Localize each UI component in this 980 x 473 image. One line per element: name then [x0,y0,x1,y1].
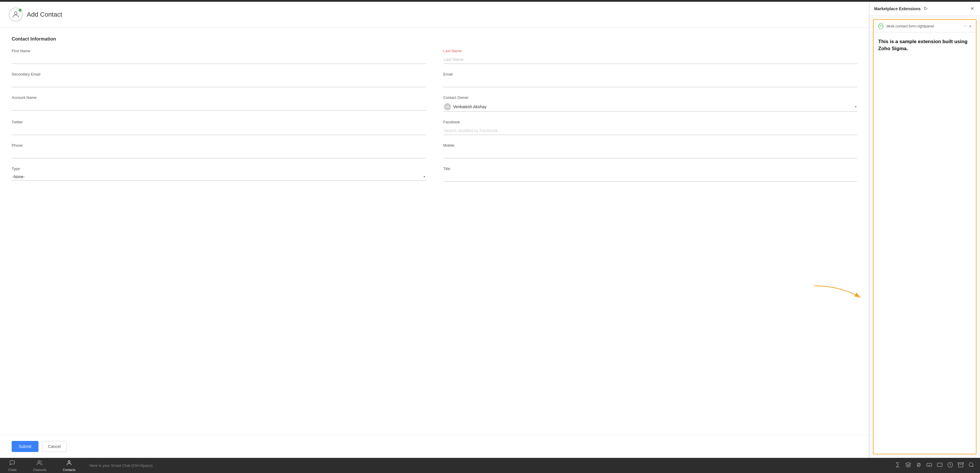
svg-rect-6 [927,463,932,466]
secondary-email-label: Secondary Email [12,72,426,76]
facebook-field: Facebook Search disabled by Facebook [443,120,858,135]
svg-line-12 [972,466,974,467]
twitter-input[interactable] [12,127,426,135]
type-select-wrapper: -None- ▾ [12,173,426,181]
phone-field: Phone [12,143,426,158]
last-name-label: Last Name [443,49,858,53]
facebook-disabled-text: Search disabled by Facebook [443,127,858,135]
layers-icon[interactable] [905,462,911,469]
twitter-label: Twitter [12,120,426,124]
channels-icon [37,460,43,467]
bottom-bar: Chats Channels [0,458,980,473]
extension-box: desk.contact.form.rightpanel ··· ∧ This … [873,19,977,454]
sidebar-item-contacts[interactable]: Contacts [54,458,83,473]
form-area: Add Contact Contact Information First Na… [0,2,869,458]
twitter-field: Twitter [12,120,426,135]
first-name-input[interactable] [12,56,426,64]
first-name-field: First Name [12,49,426,64]
wallet-icon[interactable] [937,462,943,469]
contact-owner-field: Contact Owner VA Venkatesh Akshay ▾ [443,95,858,112]
facebook-label: Facebook [443,120,858,124]
type-label: Type [12,167,426,171]
type-select[interactable]: -None- [12,175,423,179]
svg-rect-7 [937,463,942,467]
phone-input[interactable] [12,150,426,158]
account-name-label: Account Name [12,95,426,100]
extension-item-header: desk.contact.form.rightpanel ··· ∧ [873,20,976,32]
extension-collapse-icon[interactable]: ∧ [969,24,972,28]
title-field: Title [443,167,858,182]
close-panel-button[interactable]: ✕ [969,5,975,12]
contacts-label: Contacts [63,468,75,471]
search-icon[interactable] [968,462,974,469]
account-name-input[interactable] [12,102,426,111]
svg-point-3 [68,460,70,462]
clock-icon[interactable] [947,462,953,469]
extension-menu-icon[interactable]: ··· [963,23,967,29]
form-grid: First Name Last Name Secondary Email [12,49,857,182]
contact-owner-wrapper[interactable]: VA Venkatesh Akshay ▾ [443,102,858,112]
avatar-status-dot [19,9,22,12]
right-panel-header: Marketplace Extensions ↻ ✕ [869,2,980,16]
phone-label: Phone [12,143,426,148]
channels-label: Channels [33,468,46,471]
contact-owner-avatar: VA [444,103,451,110]
svg-point-2 [38,460,40,462]
smart-chat-placeholder[interactable]: Here is your Smart Chat (Ctrl+Space) [84,463,889,468]
extension-item-actions: ··· ∧ [963,23,972,29]
form-content: Contact Information First Name Last Name [0,28,869,435]
secondary-email-input[interactable] [12,79,426,87]
bottom-nav: Chats Channels [0,458,84,473]
user-icon [12,11,20,19]
right-panel: Marketplace Extensions ↻ ✕ desk.contact.… [869,2,980,458]
extension-item-name: desk.contact.form.rightpanel [886,24,963,28]
sidebar-item-channels[interactable]: Channels [25,458,54,473]
chevron-down-icon: ▾ [855,105,857,109]
archive-icon[interactable] [958,462,964,469]
secondary-email-field: Secondary Email [12,72,426,87]
contact-owner-name: Venkatesh Akshay [453,105,855,109]
refresh-button[interactable]: ↻ [923,5,929,12]
last-name-field: Last Name [443,49,858,64]
keyboard-icon[interactable] [926,462,932,469]
plug-icon[interactable] [916,462,922,469]
mobile-label: Mobile [443,143,858,148]
chevron-down-icon: ▾ [423,175,425,179]
mobile-input[interactable] [443,150,858,158]
marketplace-extensions-title: Marketplace Extensions [874,6,921,11]
svg-rect-9 [958,463,963,464]
extension-description: This is a sample extension built using Z… [878,38,971,52]
right-panel-title: Marketplace Extensions ↻ [874,5,929,12]
email-input[interactable] [443,79,858,87]
submit-button[interactable]: Submit [12,441,38,452]
form-header: Add Contact [0,2,869,28]
avatar [9,8,23,22]
svg-point-11 [969,463,973,467]
first-name-label: First Name [12,49,426,53]
email-field: Email [443,72,858,87]
extension-content: This is a sample extension built using Z… [873,32,976,58]
title-label: Title [443,167,858,171]
right-panel-actions: ✕ [969,5,975,12]
extension-icon [878,23,884,29]
sidebar-item-chats[interactable]: Chats [0,458,25,473]
mobile-field: Mobile [443,143,858,158]
contact-owner-label: Contact Owner [443,95,858,100]
page-title: Add Contact [27,11,62,18]
account-name-field: Account Name [12,95,426,112]
contacts-icon [66,460,72,467]
svg-point-0 [14,12,17,14]
svg-marker-4 [906,462,911,465]
chats-label: Chats [8,468,17,471]
email-label: Email [443,72,858,76]
title-input[interactable] [443,173,858,182]
bottom-right-icons [889,462,980,469]
sigma-icon[interactable] [895,462,900,469]
last-name-input[interactable] [443,56,858,64]
cancel-button[interactable]: Cancel [42,441,67,452]
form-actions: Submit Cancel [0,435,869,458]
type-field: Type -None- ▾ [12,167,426,182]
chats-icon [10,460,15,467]
section-title: Contact Information [12,37,857,42]
